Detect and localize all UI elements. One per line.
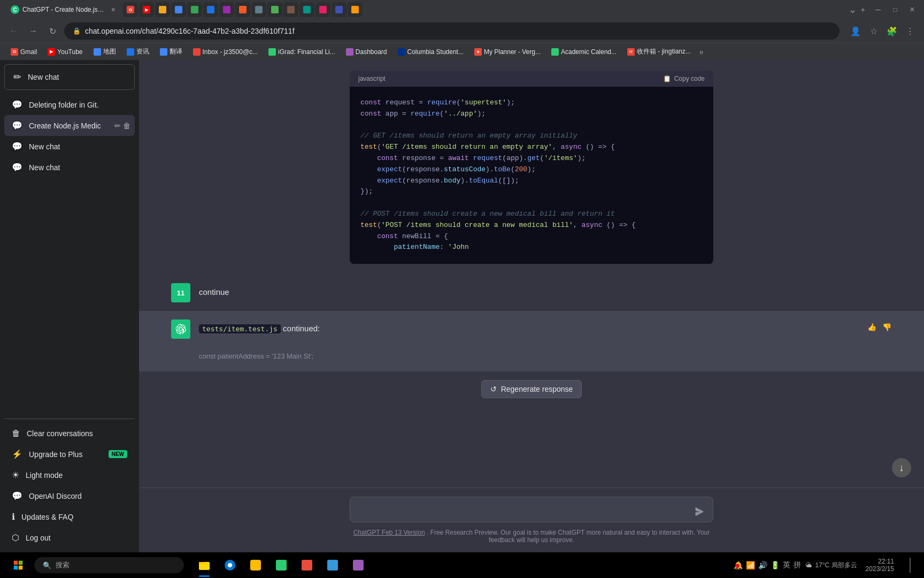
taskbar-app-wrapper-explorer [192,553,216,577]
svg-rect-11 [327,560,338,571]
input-lang-icon[interactable]: 拼 [794,560,801,570]
tab-favicon-13[interactable] [315,2,330,17]
tab-favicon-5[interactable] [187,2,202,17]
taskbar-app-3[interactable] [244,553,267,577]
settings-icon[interactable]: ⋮ [903,24,918,39]
bookmark-dashboard[interactable]: Dashboard [342,47,391,57]
sidebar-item-discord[interactable]: 💬 OpenAI Discord [4,485,135,506]
extension-icon[interactable]: 🧩 [884,24,899,39]
scroll-to-bottom-button[interactable]: ↓ [892,458,911,477]
tab-close-icon[interactable]: × [111,5,116,14]
sidebar-item-logout[interactable]: ⬡ Log out [4,527,135,548]
new-tab-icon[interactable]: + [861,5,865,14]
tab-favicon-yt[interactable]: ▶ [139,2,154,17]
sidebar-item-new-chat-2[interactable]: 💬 New chat [4,136,135,157]
bookmark-maps[interactable]: 地图 [89,46,120,57]
taskbar-app-5[interactable] [295,553,319,577]
tab-favicon-15[interactable] [348,2,363,17]
new-chat-button[interactable]: ✏ New chat [4,64,135,90]
keyboard-icon[interactable]: 英 [783,560,790,570]
show-desktop-button[interactable] [903,553,918,577]
edit-icon[interactable]: ✏ [114,121,121,130]
assistant-message-row: tests/item.test.js continued: const pati… [139,311,924,371]
sidebar-item-new-chat-3[interactable]: 💬 New chat [4,157,135,178]
time-widget[interactable]: 22:11 2023/2/15 [861,558,898,573]
forward-button[interactable]: → [26,24,41,39]
code-block: javascript 📋 Copy code const request = r… [350,71,713,264]
bookmark-gmail[interactable]: G Gmail [6,47,41,57]
regen-area: ↺ Regenerate response [139,371,924,407]
tab-favicon-4[interactable] [171,2,186,17]
tab-favicon-12[interactable] [299,2,314,17]
code-body: const request = require('supertest'); co… [350,87,713,264]
bookmark-label-planner: My Planner - Verg... [484,48,541,56]
bookmark-columbia[interactable]: Columbia Student... [394,47,468,57]
delete-icon[interactable]: 🗑 [123,121,130,130]
tab-favicon-9[interactable] [251,2,266,17]
bookmark-label-academic: Academic Calend... [561,48,617,56]
bookmark-igrad[interactable]: iGrad: Financial Li... [264,47,340,57]
bookmark-translate[interactable]: 翻译 [156,46,187,57]
profile-icon[interactable]: 👤 [848,24,863,39]
taskbar-app-4[interactable] [270,553,293,577]
new-chat-icon: ✏ [13,71,21,83]
bookmark-mail[interactable]: M 收件箱 - jingtianz... [623,46,695,57]
tab-favicon-8[interactable] [235,2,250,17]
tab-favicon-14[interactable] [332,2,346,17]
bookmark-youtube[interactable]: ▶ YouTube [43,47,87,57]
footer-main-text: . Free Research Preview. Our goal is to … [427,529,710,544]
minimize-button[interactable]: ─ [871,2,886,17]
thumbs-down-icon[interactable]: 👎 [881,322,892,332]
active-tab[interactable]: C ChatGPT - Create Node.js Medi... × [4,2,122,17]
sidebar-item-faq[interactable]: ℹ Updates & FAQ [4,506,135,527]
sidebar-item-light[interactable]: ☀ Light mode [4,465,135,485]
close-button[interactable]: × [905,2,920,17]
tab-favicon-3[interactable] [155,2,170,17]
sidebar: ✏ New chat 💬 Deleting folder in Git. 💬 C… [0,60,139,552]
sidebar-item-upgrade[interactable]: ⚡ Upgrade to Plus NEW [4,444,135,465]
taskbar-app-6[interactable] [321,553,344,577]
star-icon[interactable]: ☆ [866,24,881,39]
tab-favicon-11[interactable] [283,2,298,17]
new-chat-label: New chat [28,73,59,81]
code-block-wrapper: javascript 📋 Copy code const request = r… [339,71,724,264]
sidebar-item-deleting[interactable]: 💬 Deleting folder in Git. [4,94,135,115]
bookmark-label-maps: 地图 [103,47,116,56]
chat-input[interactable] [350,497,713,522]
maximize-button[interactable]: □ [888,2,903,17]
regen-icon: ↺ [490,385,497,393]
regenerate-button[interactable]: ↺ Regenerate response [481,380,582,398]
chat-icon-3: 💬 [12,141,22,151]
tab-more-icon[interactable]: ⌄ + [849,4,865,16]
tab-favicon-gmail[interactable]: G [123,2,138,17]
tab-favicon-10[interactable] [267,2,282,17]
taskbar-apps [192,553,370,577]
taskbar-search[interactable]: 🔍 搜索 [34,557,184,573]
back-button[interactable]: ← [6,24,21,39]
tab-favicon-6[interactable] [203,2,218,17]
app: ✏ New chat 💬 Deleting folder in Git. 💬 C… [0,60,924,552]
tab-favicon-7[interactable] [219,2,234,17]
bookmark-academic[interactable]: Academic Calend... [547,47,621,57]
user-message-row: 11 continue [139,275,924,311]
bookmark-news[interactable]: 资讯 [122,46,153,57]
network-icon[interactable]: 📶 [746,561,755,569]
weather-widget[interactable]: 🌥 17°C 局部多云 [805,561,857,570]
address-bar[interactable]: 🔒 chat.openai.com/chat/4290c16c-7aad-47b… [64,22,840,40]
volume-icon[interactable]: 🔊 [758,561,767,569]
battery-icon[interactable]: 🔋 [771,561,780,569]
thumbs-up-icon[interactable]: 👍 [866,322,877,332]
chatgpt-version-link[interactable]: ChatGPT Feb 13 Version [353,529,425,536]
start-button[interactable] [6,553,30,577]
copy-code-button[interactable]: 📋 Copy code [663,75,705,82]
sidebar-item-create-nodejs[interactable]: 💬 Create Node.js Medic ✏ 🗑 [4,115,135,136]
taskbar-app-7[interactable] [346,553,370,577]
bookmark-inbox[interactable]: Inbox - jz3500@c... [189,47,263,57]
refresh-button[interactable]: ↻ [45,24,60,39]
send-button[interactable] [692,504,707,519]
sidebar-item-clear[interactable]: 🗑 Clear conversations [4,423,135,444]
taskbar-file-explorer[interactable] [192,553,216,577]
taskbar-browser[interactable] [218,553,242,577]
bookmarks-more-icon[interactable]: » [699,48,704,56]
bookmark-planner[interactable]: ★ My Planner - Verg... [470,47,545,57]
